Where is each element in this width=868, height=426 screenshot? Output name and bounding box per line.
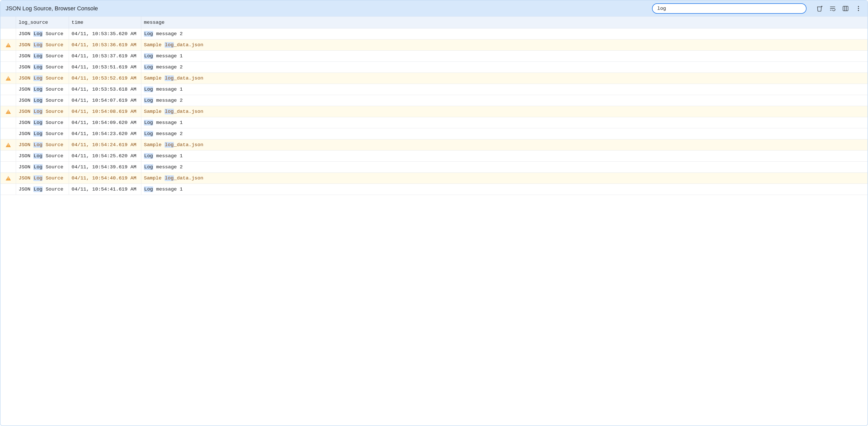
cell-time: 04/11, 10:54:08.619 AM xyxy=(69,106,141,117)
table-row[interactable]: JSON Log Source04/11, 10:54:24.619 AMSam… xyxy=(1,139,867,151)
warning-icon xyxy=(6,109,11,114)
table-row[interactable]: JSON Log Source04/11, 10:53:35.620 AMLog… xyxy=(1,28,867,39)
cell-time: 04/11, 10:54:25.620 AM xyxy=(69,151,141,161)
search-highlight: Log xyxy=(33,131,43,137)
cell-log-source: JSON Log Source xyxy=(16,39,69,51)
search-highlight: Log xyxy=(144,153,153,159)
columns-icon xyxy=(842,5,849,12)
columns-button[interactable] xyxy=(841,4,850,13)
col-header-time[interactable]: time xyxy=(69,17,141,28)
cell-log-source: JSON Log Source xyxy=(16,106,69,117)
cell-message: Log message 2 xyxy=(141,95,867,106)
cell-message: Log message 2 xyxy=(141,128,867,139)
col-header-level[interactable] xyxy=(1,17,16,28)
cell-level xyxy=(1,184,16,195)
cell-time: 04/11, 10:53:35.620 AM xyxy=(69,28,141,39)
cell-time: 04/11, 10:54:39.619 AM xyxy=(69,162,141,172)
svg-point-2 xyxy=(858,8,859,9)
search-highlight: Log xyxy=(144,131,153,137)
clear-panel-button[interactable] xyxy=(815,4,824,13)
search-highlight: log xyxy=(164,109,174,114)
svg-point-1 xyxy=(858,6,859,7)
search-highlight: Log xyxy=(144,98,153,103)
search-highlight: log xyxy=(164,142,174,148)
table-row[interactable]: JSON Log Source04/11, 10:53:52.619 AMSam… xyxy=(1,73,867,84)
search-highlight: Log xyxy=(33,42,43,48)
search-highlight: Log xyxy=(144,164,153,170)
cell-level xyxy=(1,173,16,184)
table-row[interactable]: JSON Log Source04/11, 10:54:23.620 AMLog… xyxy=(1,128,867,139)
table-row[interactable]: JSON Log Source04/11, 10:53:53.618 AMLog… xyxy=(1,84,867,95)
cell-message: Log message 1 xyxy=(141,51,867,61)
search-highlight: Log xyxy=(33,31,43,37)
table-row[interactable]: JSON Log Source04/11, 10:54:08.619 AMSam… xyxy=(1,106,867,117)
cell-log-source: JSON Log Source xyxy=(16,51,69,61)
cell-message: Log message 2 xyxy=(141,62,867,72)
table-row[interactable]: JSON Log Source04/11, 10:54:25.620 AMLog… xyxy=(1,151,867,162)
cell-log-source: JSON Log Source xyxy=(16,162,69,172)
wrap-lines-button[interactable] xyxy=(828,4,837,13)
cell-time: 04/11, 10:54:24.619 AM xyxy=(69,139,141,150)
search-highlight: Log xyxy=(144,53,153,59)
cell-log-source: JSON Log Source xyxy=(16,84,69,95)
cell-level xyxy=(1,28,16,39)
panel-title: JSON Log Source, Browser Console xyxy=(6,5,98,12)
search-highlight: Log xyxy=(33,153,43,159)
search-highlight: Log xyxy=(144,187,153,192)
cell-log-source: JSON Log Source xyxy=(16,73,69,84)
table-row[interactable]: JSON Log Source04/11, 10:54:09.620 AMLog… xyxy=(1,117,867,128)
search-highlight: Log xyxy=(33,53,43,59)
warning-icon xyxy=(6,143,11,147)
cell-message: Log message 1 xyxy=(141,84,867,95)
table-row[interactable]: JSON Log Source04/11, 10:53:37.619 AMLog… xyxy=(1,51,867,62)
table-row[interactable]: JSON Log Source04/11, 10:54:07.619 AMLog… xyxy=(1,95,867,106)
cell-message: Sample log_data.json xyxy=(141,73,867,84)
cell-message: Sample log_data.json xyxy=(141,139,867,150)
cell-message: Sample log_data.json xyxy=(141,106,867,117)
column-headers: log_source time message xyxy=(1,17,867,28)
cell-message: Log message 2 xyxy=(141,28,867,39)
search-highlight: log xyxy=(164,75,174,81)
search-highlight: Log xyxy=(33,64,43,70)
cell-log-source: JSON Log Source xyxy=(16,62,69,72)
table-row[interactable]: JSON Log Source04/11, 10:54:41.619 AMLog… xyxy=(1,184,867,195)
cell-level xyxy=(1,51,16,61)
more-menu-button[interactable] xyxy=(854,4,863,13)
table-row[interactable]: JSON Log Source04/11, 10:54:40.619 AMSam… xyxy=(1,173,867,184)
cell-level xyxy=(1,162,16,172)
col-header-log-source[interactable]: log_source xyxy=(16,17,69,28)
cell-message: Log message 2 xyxy=(141,162,867,172)
search-input[interactable] xyxy=(652,3,807,14)
cell-time: 04/11, 10:53:52.619 AM xyxy=(69,73,141,84)
cell-level xyxy=(1,128,16,139)
log-rows[interactable]: JSON Log Source04/11, 10:53:35.620 AMLog… xyxy=(1,28,867,425)
search-highlight: Log xyxy=(144,120,153,126)
toolbar-actions xyxy=(815,4,863,13)
cell-level xyxy=(1,106,16,117)
col-header-message[interactable]: message xyxy=(141,17,867,28)
cell-message: Log message 1 xyxy=(141,151,867,161)
table-row[interactable]: JSON Log Source04/11, 10:53:51.619 AMLog… xyxy=(1,62,867,73)
cell-time: 04/11, 10:54:40.619 AM xyxy=(69,173,141,184)
cell-time: 04/11, 10:53:37.619 AM xyxy=(69,51,141,61)
search-highlight: Log xyxy=(33,120,43,126)
table-row[interactable]: JSON Log Source04/11, 10:54:39.619 AMLog… xyxy=(1,162,867,173)
cell-time: 04/11, 10:54:23.620 AM xyxy=(69,128,141,139)
cell-log-source: JSON Log Source xyxy=(16,28,69,39)
cell-time: 04/11, 10:54:09.620 AM xyxy=(69,117,141,128)
cell-level xyxy=(1,84,16,95)
table-row[interactable]: JSON Log Source04/11, 10:53:36.619 AMSam… xyxy=(1,39,867,51)
warning-icon xyxy=(6,76,11,80)
cell-level xyxy=(1,73,16,84)
search-highlight: Log xyxy=(144,31,153,37)
search-highlight: Log xyxy=(144,87,153,92)
cell-time: 04/11, 10:53:51.619 AM xyxy=(69,62,141,72)
search-highlight: Log xyxy=(33,175,43,181)
cell-level xyxy=(1,39,16,51)
cell-log-source: JSON Log Source xyxy=(16,151,69,161)
wrap-lines-icon xyxy=(829,5,836,12)
cell-log-source: JSON Log Source xyxy=(16,95,69,106)
svg-rect-0 xyxy=(843,6,848,10)
cell-time: 04/11, 10:53:36.619 AM xyxy=(69,39,141,51)
warning-icon xyxy=(6,43,11,47)
